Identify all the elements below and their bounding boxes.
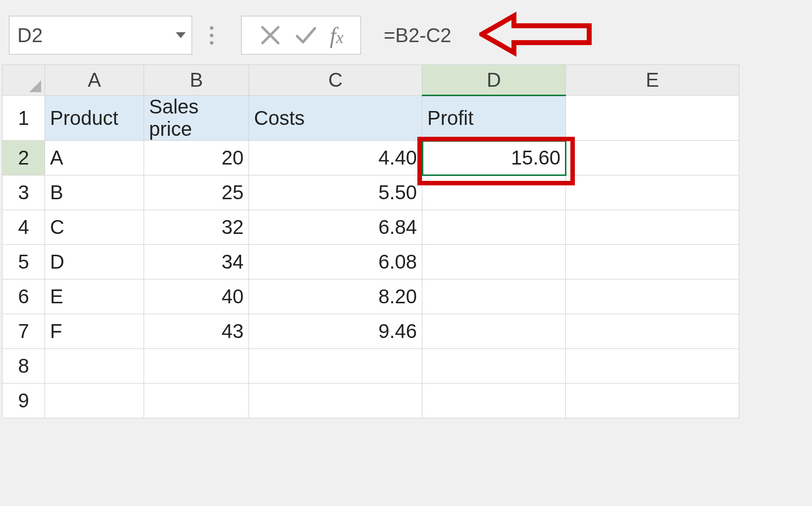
col-header-C[interactable]: C bbox=[249, 65, 422, 96]
cell-B5[interactable]: 34 bbox=[144, 245, 249, 280]
cell-A5[interactable]: D bbox=[45, 245, 144, 280]
cell-C5[interactable]: 6.08 bbox=[249, 245, 422, 280]
cell-D1[interactable]: Profit bbox=[422, 96, 566, 141]
cell-A1[interactable]: Product bbox=[45, 96, 144, 141]
cell-B1[interactable]: Sales price bbox=[144, 96, 249, 141]
cell-A6[interactable]: E bbox=[45, 280, 144, 314]
cell-E9[interactable] bbox=[566, 384, 739, 418]
cell-A3[interactable]: B bbox=[45, 175, 144, 210]
cell-C4[interactable]: 6.84 bbox=[249, 210, 422, 245]
formula-input[interactable]: =B2-C2 bbox=[375, 16, 460, 55]
cell-C9[interactable] bbox=[249, 384, 422, 418]
row-header-6[interactable]: 6 bbox=[2, 280, 45, 314]
col-header-A[interactable]: A bbox=[45, 65, 144, 96]
row-header-8[interactable]: 8 bbox=[2, 349, 45, 384]
spreadsheet-grid[interactable]: A B C D E 1 Product Sales price Costs Pr… bbox=[0, 64, 739, 418]
cancel-icon[interactable] bbox=[253, 21, 288, 49]
cell-D6[interactable] bbox=[422, 280, 566, 314]
cell-C1[interactable]: Costs bbox=[249, 96, 422, 141]
cell-C3[interactable]: 5.50 bbox=[249, 175, 422, 210]
cell-C6[interactable]: 8.20 bbox=[249, 280, 422, 314]
cell-E4[interactable] bbox=[566, 210, 739, 245]
row-header-3[interactable]: 3 bbox=[2, 175, 45, 210]
cell-B8[interactable] bbox=[144, 349, 249, 384]
row-header-2[interactable]: 2 bbox=[2, 141, 45, 175]
cell-A2[interactable]: A bbox=[45, 141, 144, 175]
cell-E7[interactable] bbox=[566, 314, 739, 349]
cell-D8[interactable] bbox=[422, 349, 566, 384]
confirm-icon[interactable] bbox=[288, 21, 324, 49]
cell-B6[interactable]: 40 bbox=[144, 280, 249, 314]
formula-edit-group: fx bbox=[241, 16, 361, 55]
col-header-E[interactable]: E bbox=[566, 65, 739, 96]
cell-B9[interactable] bbox=[144, 384, 249, 418]
col-header-D[interactable]: D bbox=[422, 65, 566, 96]
cell-B3[interactable]: 25 bbox=[144, 175, 249, 210]
cell-D3[interactable] bbox=[422, 175, 566, 210]
name-box-value: D2 bbox=[17, 24, 43, 47]
cell-C7[interactable]: 9.46 bbox=[249, 314, 422, 349]
cell-C8[interactable] bbox=[249, 349, 422, 384]
cell-D9[interactable] bbox=[422, 384, 566, 418]
row-header-1[interactable]: 1 bbox=[2, 96, 45, 141]
cell-A4[interactable]: C bbox=[45, 210, 144, 245]
formula-bar: D2 fx =B2-C2 bbox=[0, 0, 812, 64]
col-header-B[interactable]: B bbox=[144, 65, 249, 96]
cell-D5[interactable] bbox=[422, 245, 566, 280]
cell-E8[interactable] bbox=[566, 349, 739, 384]
cell-C2[interactable]: 4.40 bbox=[249, 141, 422, 175]
cell-D2[interactable]: 15.60 bbox=[422, 141, 566, 175]
arrow-left-icon bbox=[479, 12, 593, 58]
drag-handle-icon[interactable] bbox=[210, 26, 213, 45]
cell-E2[interactable] bbox=[566, 141, 739, 175]
cell-B7[interactable]: 43 bbox=[144, 314, 249, 349]
row-header-4[interactable]: 4 bbox=[2, 210, 45, 245]
cell-E5[interactable] bbox=[566, 245, 739, 280]
select-all-corner[interactable] bbox=[2, 65, 45, 96]
chevron-down-icon[interactable] bbox=[176, 32, 186, 38]
cell-D4[interactable] bbox=[422, 210, 566, 245]
name-box[interactable]: D2 bbox=[9, 16, 192, 55]
row-header-7[interactable]: 7 bbox=[2, 314, 45, 349]
cell-D7[interactable] bbox=[422, 314, 566, 349]
cell-E1[interactable] bbox=[566, 96, 739, 141]
cell-A9[interactable] bbox=[45, 384, 144, 418]
row-header-9[interactable]: 9 bbox=[2, 384, 45, 418]
cell-E3[interactable] bbox=[566, 175, 739, 210]
cell-B2[interactable]: 20 bbox=[144, 141, 249, 175]
cell-A8[interactable] bbox=[45, 349, 144, 384]
cell-E6[interactable] bbox=[566, 280, 739, 314]
cell-B4[interactable]: 32 bbox=[144, 210, 249, 245]
cell-A7[interactable]: F bbox=[45, 314, 144, 349]
row-header-5[interactable]: 5 bbox=[2, 245, 45, 280]
fx-icon[interactable]: fx bbox=[324, 22, 350, 49]
